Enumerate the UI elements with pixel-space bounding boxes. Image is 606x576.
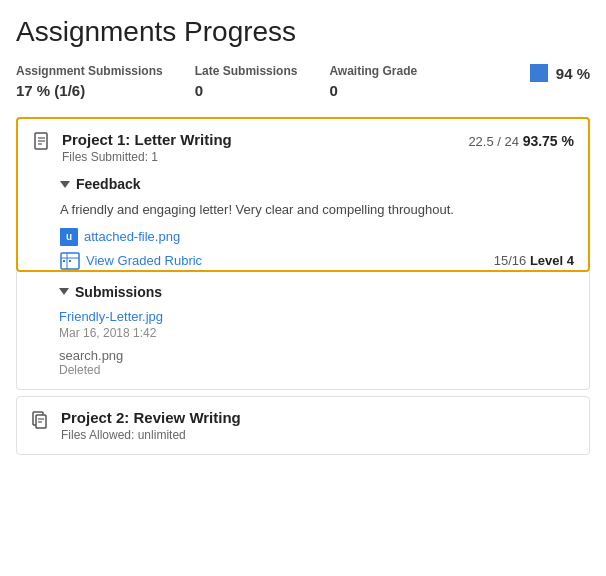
svg-rect-7: [63, 260, 65, 262]
project2-files-allowed: Files Allowed: unlimited: [61, 428, 241, 442]
grade-bar-icon: [530, 64, 548, 82]
project1-score: 22.5 / 24 93.75 %: [468, 133, 574, 149]
project1-card: Project 1: Letter Writing Files Submitte…: [16, 117, 590, 272]
project2-title: Project 2: Review Writing: [61, 409, 241, 426]
late-submissions-value: 0: [195, 82, 298, 99]
attached-file-anchor[interactable]: attached-file.png: [84, 229, 180, 244]
feedback-label: Feedback: [76, 176, 141, 192]
submission-file2-name: search.png: [59, 348, 575, 363]
attached-file-link: u attached-file.png: [60, 228, 574, 246]
project1-files-submitted: Files Submitted: 1: [62, 150, 446, 164]
rubric-icon: [60, 252, 80, 270]
project1-icon: [32, 132, 52, 157]
submissions-label: Submissions: [75, 284, 162, 300]
submission-date1: Mar 16, 2018 1:42: [59, 326, 575, 340]
feedback-text: A friendly and engaging letter! Very cle…: [60, 200, 574, 220]
feedback-toggle[interactable]: Feedback: [60, 176, 574, 192]
late-submissions-stat: Late Submissions 0: [195, 64, 298, 99]
project2-card: Project 2: Review Writing Files Allowed:…: [16, 396, 590, 455]
svg-rect-8: [69, 260, 71, 262]
view-graded-rubric-link[interactable]: View Graded Rubric: [86, 253, 202, 268]
assignment-submissions-value: 17 % (1/6): [16, 82, 163, 99]
overall-grade-stat: 94 %: [530, 64, 590, 82]
stats-row: Assignment Submissions 17 % (1/6) Late S…: [16, 64, 590, 99]
feedback-section: Feedback A friendly and engaging letter!…: [32, 176, 574, 270]
submission-file1-link[interactable]: Friendly-Letter.jpg: [59, 309, 163, 324]
submission-file1: Friendly-Letter.jpg: [59, 308, 575, 324]
rubric-score: 15/16 Level 4: [494, 253, 574, 268]
overall-grade-value: 94 %: [556, 65, 590, 82]
triangle-down-icon: [60, 181, 70, 188]
rubric-link-container: View Graded Rubric: [60, 252, 202, 270]
assignment-submissions-label: Assignment Submissions: [16, 64, 163, 78]
awaiting-grade-label: Awaiting Grade: [329, 64, 417, 78]
assignment-submissions-stat: Assignment Submissions 17 % (1/6): [16, 64, 163, 99]
project2-icon: [31, 410, 51, 435]
late-submissions-label: Late Submissions: [195, 64, 298, 78]
project1-title: Project 1: Letter Writing: [62, 131, 446, 148]
submissions-section: Submissions Friendly-Letter.jpg Mar 16, …: [31, 284, 575, 377]
submissions-triangle-icon: [59, 288, 69, 295]
submissions-section-outer: Submissions Friendly-Letter.jpg Mar 16, …: [16, 272, 590, 390]
submissions-toggle[interactable]: Submissions: [59, 284, 575, 300]
awaiting-grade-value: 0: [329, 82, 417, 99]
project1-header: Project 1: Letter Writing Files Submitte…: [18, 119, 588, 270]
awaiting-grade-stat: Awaiting Grade 0: [329, 64, 417, 99]
file-u-icon: u: [60, 228, 78, 246]
rubric-row: View Graded Rubric 15/16 Level 4: [60, 252, 574, 270]
submission-file2-status: Deleted: [59, 363, 575, 377]
page-title: Assignments Progress: [16, 16, 590, 48]
